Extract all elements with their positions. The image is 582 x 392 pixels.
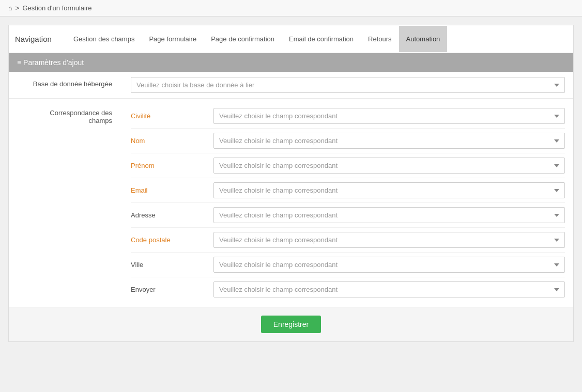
home-icon[interactable]: ⌂ (8, 4, 12, 12)
tab-gestion-champs[interactable]: Gestion des champs (66, 26, 142, 52)
nav-label: Navigation (15, 25, 62, 53)
corr-label-nom: Nom (131, 137, 213, 145)
corr-select-nom[interactable]: Veuillez choisir le champ correspondant (213, 133, 565, 149)
breadcrumb-current: Gestion d'un formulaire (22, 4, 91, 12)
breadcrumb: ⌂ > Gestion d'un formulaire (0, 0, 582, 17)
corr-row-civilite: CivilitéVeuillez choisir le champ corres… (131, 104, 565, 129)
section-header: ≡ Paramètres d'ajout (9, 53, 573, 72)
corr-select-adresse[interactable]: Veuillez choisir le champ correspondant (213, 207, 565, 223)
corr-select-prenom[interactable]: Veuillez choisir le champ correspondant (213, 158, 565, 174)
database-row: Base de donnée hébergée Veuillez choisir… (9, 72, 573, 99)
corr-label-email: Email (131, 186, 213, 194)
database-label: Base de donnée hébergée (33, 80, 112, 88)
form-footer: Enregistrer (9, 307, 573, 341)
corr-row-prenom: PrénomVeuillez choisir le champ correspo… (131, 153, 565, 178)
corr-row-envoyer: EnvoyerVeuillez choisir le champ corresp… (131, 277, 565, 302)
corr-row-nom: NomVeuillez choisir le champ corresponda… (131, 129, 565, 153)
correspondance-fields: CivilitéVeuillez choisir le champ corres… (131, 104, 565, 302)
corr-select-code-postale[interactable]: Veuillez choisir le champ correspondant (213, 232, 565, 248)
tab-page-formulaire[interactable]: Page formulaire (142, 26, 204, 52)
corr-label-prenom: Prénom (131, 162, 213, 169)
breadcrumb-separator: > (16, 4, 20, 12)
corr-row-code-postale: Code postaleVeuillez choisir le champ co… (131, 228, 565, 253)
tab-retours[interactable]: Retours (361, 26, 399, 52)
corr-select-envoyer[interactable]: Veuillez choisir le champ correspondant (213, 281, 565, 297)
corr-label-code-postale: Code postale (131, 236, 213, 244)
navigation-bar: Navigation Gestion des champs Page formu… (8, 25, 574, 53)
corr-label-civilite: Civilité (131, 112, 213, 120)
database-select[interactable]: Veuillez choisir la base de donnée à lie… (131, 77, 565, 93)
correspondance-label: Correspondance des champs (50, 109, 112, 124)
content-area: ≡ Paramètres d'ajout Base de donnée hébe… (8, 53, 574, 342)
corr-row-adresse: AdresseVeuillez choisir le champ corresp… (131, 203, 565, 228)
correspondance-row: Correspondance des champs CivilitéVeuill… (9, 99, 573, 307)
corr-label-adresse: Adresse (131, 211, 213, 219)
save-button[interactable]: Enregistrer (261, 316, 321, 333)
corr-select-email[interactable]: Veuillez choisir le champ correspondant (213, 182, 565, 198)
corr-select-civilite[interactable]: Veuillez choisir le champ correspondant (213, 108, 565, 124)
tab-email-confirmation[interactable]: Email de confirmation (282, 26, 361, 52)
tab-automation[interactable]: Automation (399, 26, 448, 52)
corr-row-email: EmailVeuillez choisir le champ correspon… (131, 178, 565, 203)
nav-tabs: Gestion des champs Page formulaire Page … (66, 26, 447, 52)
form-table: Base de donnée hébergée Veuillez choisir… (9, 72, 573, 307)
corr-row-ville: VilleVeuillez choisir le champ correspon… (131, 253, 565, 277)
corr-label-envoyer: Envoyer (131, 286, 213, 293)
corr-label-ville: Ville (131, 261, 213, 269)
tab-page-confirmation[interactable]: Page de confirmation (204, 26, 282, 52)
corr-select-ville[interactable]: Veuillez choisir le champ correspondant (213, 257, 565, 273)
